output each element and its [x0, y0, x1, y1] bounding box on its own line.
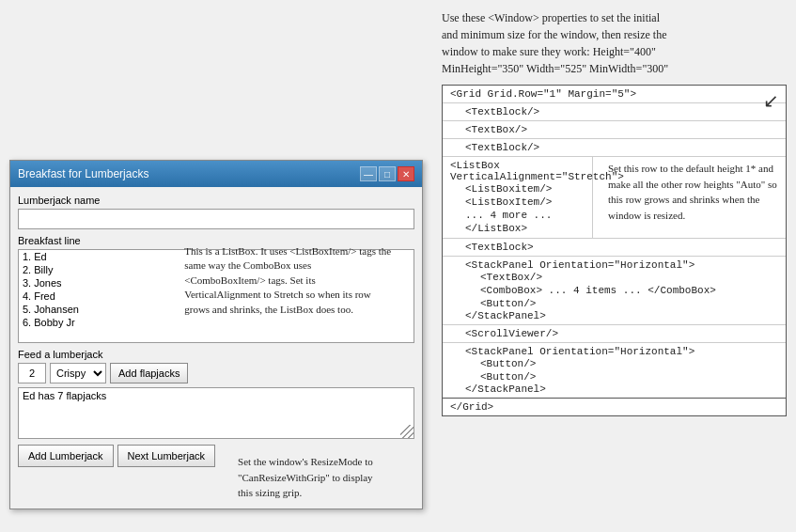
listboxitem-more: ... 4 more ...	[450, 209, 585, 222]
feed-combo[interactable]: Crispy Burnt Soggy Plain	[50, 363, 106, 383]
lumberjack-name-label: Lumberjack name	[18, 195, 414, 206]
listbox-open-tag: <ListBox VerticalAlignment="Stretch">	[450, 160, 585, 182]
code-panel: <Grid Grid.Row="1" Margin="5"> <TextBloc…	[442, 85, 787, 399]
code-row-listbox: <ListBox VerticalAlignment="Stretch"> <L…	[443, 157, 786, 239]
listbox-section: 1. Ed 2. Billy 3. Jones 4. Fred 5. Johan…	[18, 249, 414, 343]
feed-label: Feed a lumberjack	[18, 349, 414, 360]
window-mockup: Breakfast for Lumberjacks — □ ✕ Lumberja…	[9, 160, 423, 509]
code-row-grid: <Grid Grid.Row="1" Margin="5">	[443, 86, 786, 103]
feed-row: Crispy Burnt Soggy Plain Add flapjacks	[18, 363, 414, 383]
resize-grip[interactable]	[400, 425, 414, 438]
stackpanel-1-button: <Button/>	[465, 297, 778, 310]
close-button[interactable]: ✕	[398, 166, 414, 181]
lumberjack-name-input[interactable]	[18, 209, 414, 229]
feed-section: Feed a lumberjack Crispy Burnt Soggy Pla…	[18, 349, 414, 439]
right-panel: Use these <Window> properties to set the…	[442, 9, 787, 416]
stackpanel-1-close: </StackPanel>	[465, 310, 778, 321]
stackpanel-2-close: </StackPanel>	[465, 383, 778, 395]
code-col-listbox-left: <ListBox VerticalAlignment="Stretch"> <L…	[443, 157, 593, 238]
stackpanel-2-button-1: <Button/>	[465, 357, 778, 370]
minimize-button[interactable]: —	[360, 166, 377, 181]
code-row-stackpanel-2: <StackPanel Orientation="Horizontal"> <B…	[443, 343, 786, 398]
code-row-textblock-2: <TextBlock/>	[443, 139, 786, 157]
stackpanel-2-open: <StackPanel Orientation="Horizontal">	[465, 346, 778, 357]
top-annotation: Use these <Window> properties to set the…	[442, 9, 787, 77]
add-lumberjack-button[interactable]: Add Lumberjack	[18, 445, 114, 467]
feed-number-input[interactable]	[18, 363, 46, 383]
maximize-button[interactable]: □	[379, 166, 396, 181]
listboxitem-1: <ListBoxitem/>	[450, 182, 585, 196]
feed-result-text: Ed has 7 flapjacks	[23, 390, 106, 401]
listbox-callout: This is a ListBox. It uses <ListBoxItem/…	[184, 244, 391, 317]
app-window: Breakfast for Lumberjacks — □ ✕ Lumberja…	[9, 160, 423, 509]
list-item[interactable]: 6. Bobby Jr	[19, 316, 414, 329]
arrow-icon: ↙	[763, 89, 779, 112]
bottom-buttons: Add Lumberjack Next Lumberjack Set the w…	[18, 445, 414, 501]
feed-result-box: Ed has 7 flapjacks	[18, 387, 414, 439]
listboxitem-2: <ListBoxItem/>	[450, 196, 585, 209]
stackpanel-1-open: <StackPanel Orientation="Horizontal">	[465, 259, 778, 271]
stackpanel-2-button-2: <Button/>	[465, 370, 778, 383]
next-lumberjack-button[interactable]: Next Lumberjack	[117, 445, 216, 467]
code-row-grid-close: </Grid>	[442, 399, 787, 416]
titlebar: Breakfast for Lumberjacks — □ ✕	[10, 161, 422, 187]
code-row-scrollviewer: <ScrollViewer/>	[443, 325, 786, 343]
code-row-textblock-1: <TextBlock/>	[443, 103, 786, 121]
window-controls: — □ ✕	[360, 166, 414, 181]
code-row-textblock-3: <TextBlock>	[443, 239, 786, 257]
window-callout: Set the window's ResizeMode to "CanResiz…	[238, 454, 388, 501]
code-row-stackpanel-1: <StackPanel Orientation="Horizontal"> <T…	[443, 257, 786, 325]
window-body: Lumberjack name Breakfast line 1. Ed 2. …	[10, 187, 422, 509]
stackpanel-1-combobox: <ComboBox> ... 4 items ... </ComboBox>	[465, 284, 778, 297]
add-flapjacks-button[interactable]: Add flapjacks	[110, 363, 188, 383]
listbox-close-tag: </ListBox>	[450, 222, 585, 235]
stackpanel-1-textbox: <TextBox/>	[465, 271, 778, 284]
window-title: Breakfast for Lumberjacks	[18, 167, 148, 180]
code-col-listbox-note: Set this row to the default height 1* an…	[601, 157, 786, 238]
code-row-textbox: <TextBox/>	[443, 121, 786, 139]
